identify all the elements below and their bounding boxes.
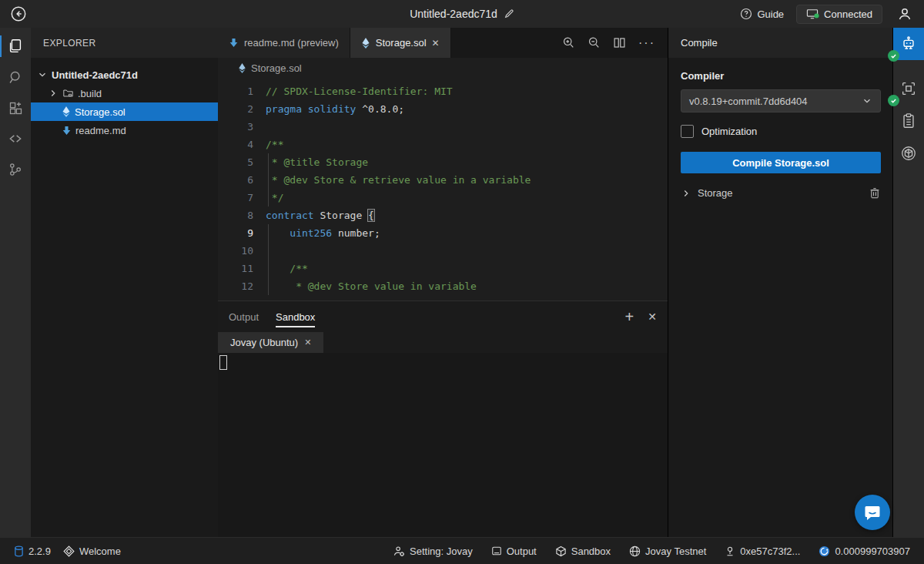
right-activity-bar (893, 28, 924, 537)
edit-pencil-icon[interactable] (504, 8, 514, 19)
compile-panel: Compile Compiler v0.8.19+commit.7dd6d404… (668, 28, 893, 537)
close-tab-icon[interactable]: ✕ (432, 38, 440, 49)
guide-button[interactable]: Guide (740, 8, 784, 20)
line-number: 12 (218, 277, 253, 295)
code-token: { (368, 210, 374, 221)
chevron-right-icon (48, 88, 59, 99)
code-line[interactable]: 1// SPDX-License-Identifier: MIT (218, 82, 668, 100)
line-content: pragma solidity ^0.8.0; (253, 100, 404, 118)
code-line[interactable]: 5 * @title Storage (218, 153, 668, 171)
back-button[interactable] (9, 5, 28, 23)
user-avatar-button[interactable] (895, 4, 915, 24)
code-editor[interactable]: 1// SPDX-License-Identifier: MIT2pragma … (218, 78, 668, 300)
code-line[interactable]: 6 * @dev Store & retrieve value in a var… (218, 171, 668, 189)
connected-button[interactable]: Connected (796, 5, 882, 24)
optimization-checkbox[interactable] (681, 125, 694, 138)
split-editor-icon[interactable] (613, 36, 626, 49)
panel-tab-sandbox[interactable]: Sandbox (276, 301, 315, 332)
globe-icon (629, 546, 641, 557)
status-balance-label: 0.000999703907 (835, 546, 910, 557)
indent-guide (268, 242, 269, 260)
code-line[interactable]: 3 (218, 118, 668, 136)
editor-tab-bar: readme.md (preview) Storage.sol ✕ (218, 28, 668, 58)
indent-guide (268, 189, 269, 206)
activity-terminal[interactable] (0, 123, 31, 154)
tree-item-readme-md[interactable]: readme.md (31, 121, 218, 139)
code-line[interactable]: 8contract Storage { (218, 206, 668, 224)
code-token: /** (266, 139, 283, 150)
ethereum-icon (62, 106, 71, 117)
tree-item-label: readme.md (75, 125, 126, 136)
close-panel-icon[interactable]: ✕ (648, 311, 657, 323)
status-output[interactable]: Output (485, 546, 543, 557)
code-token: pragma (266, 103, 302, 115)
terminal-tab-jovay[interactable]: Jovay (Ubuntu) ✕ (218, 332, 323, 353)
status-version[interactable]: 2.2.9 (8, 546, 57, 557)
code-line[interactable]: 2pragma solidity ^0.8.0; (218, 100, 668, 118)
line-content: contract Storage { (253, 206, 374, 224)
code-line[interactable]: 4/** (218, 136, 668, 153)
compiler-version-select[interactable]: v0.8.19+commit.7dd6d404 (681, 89, 881, 112)
activity-explorer[interactable] (0, 31, 31, 62)
explorer-sidebar: EXPLORER Untitled-2aedc71d .build (31, 28, 218, 537)
bottom-panel: Output Sandbox + ✕ Jovay (Ubuntu) ✕ (218, 300, 668, 537)
chevron-down-icon (37, 69, 48, 80)
tree-item-build[interactable]: .build (31, 84, 218, 102)
terminal-content[interactable] (218, 353, 668, 537)
close-terminal-icon[interactable]: ✕ (304, 337, 311, 347)
code-line[interactable]: 12 * @dev Store value in variable (218, 277, 668, 295)
status-welcome-label: Welcome (79, 546, 121, 557)
status-address[interactable]: 0xe57c73f2... (718, 546, 806, 557)
ethereum-icon (361, 38, 370, 49)
status-welcome[interactable]: Welcome (57, 546, 127, 557)
plugin-clipboard[interactable] (893, 105, 924, 137)
more-actions-icon[interactable]: ··· (638, 36, 655, 50)
line-content: * @title Storage (253, 153, 368, 171)
optimization-option[interactable]: Optimization (681, 125, 880, 138)
workspace-title: Untitled-2aedc71d (410, 8, 514, 20)
status-setting[interactable]: Setting: Jovay (387, 546, 479, 557)
line-number: 4 (218, 136, 253, 153)
editor-group: readme.md (preview) Storage.sol ✕ (218, 28, 668, 537)
activity-search[interactable] (0, 62, 31, 92)
deploy-frame-icon (900, 80, 917, 97)
code-line[interactable]: 7 */ (218, 189, 668, 206)
tab-storage-sol[interactable]: Storage.sol ✕ (350, 28, 451, 58)
tree-root-workspace[interactable]: Untitled-2aedc71d (31, 65, 218, 84)
contract-row-storage[interactable]: Storage (681, 187, 880, 199)
status-network-label: Jovay Testnet (645, 546, 706, 557)
activity-plugins[interactable] (0, 92, 31, 123)
map-pin-icon (725, 546, 735, 557)
status-network[interactable]: Jovay Testnet (623, 546, 712, 557)
compile-panel-title: Compile (681, 37, 718, 49)
tree-item-storage-sol[interactable]: Storage.sol (31, 102, 218, 121)
terminal-icon (8, 131, 23, 146)
plugin-deploy-run[interactable] (893, 72, 924, 105)
new-terminal-icon[interactable]: + (625, 308, 634, 326)
zoom-in-icon[interactable] (562, 36, 575, 49)
status-output-label: Output (507, 546, 537, 557)
question-circle-icon (740, 8, 752, 20)
line-number: 5 (218, 153, 253, 171)
activity-git[interactable] (0, 154, 31, 185)
tab-readme-preview[interactable]: readme.md (preview) (218, 28, 350, 58)
breadcrumb[interactable]: Storage.sol (218, 58, 668, 78)
code-line[interactable]: 9 uint256 number; (218, 224, 668, 242)
chat-assistant-button[interactable] (855, 495, 890, 530)
line-number: 2 (218, 100, 253, 118)
panel-header: Output Sandbox + ✕ (218, 301, 668, 332)
panel-icon (491, 546, 502, 556)
plugin-ai-assistant[interactable] (893, 137, 924, 170)
compile-button[interactable]: Compile Storage.sol (681, 152, 881, 173)
zoom-out-icon[interactable] (588, 36, 601, 49)
code-line[interactable]: 10 (218, 242, 668, 260)
trash-icon[interactable] (869, 187, 880, 199)
code-token (302, 103, 308, 115)
panel-tab-label: Sandbox (276, 311, 315, 323)
plugin-solidity-compiler[interactable] (893, 28, 924, 60)
code-line[interactable]: 11 /** (218, 260, 668, 277)
panel-tab-output[interactable]: Output (229, 301, 259, 332)
code-token: Storage (314, 210, 368, 221)
status-sandbox[interactable]: Sandbox (549, 546, 617, 557)
status-balance[interactable]: 0.000999703907 (812, 546, 916, 557)
